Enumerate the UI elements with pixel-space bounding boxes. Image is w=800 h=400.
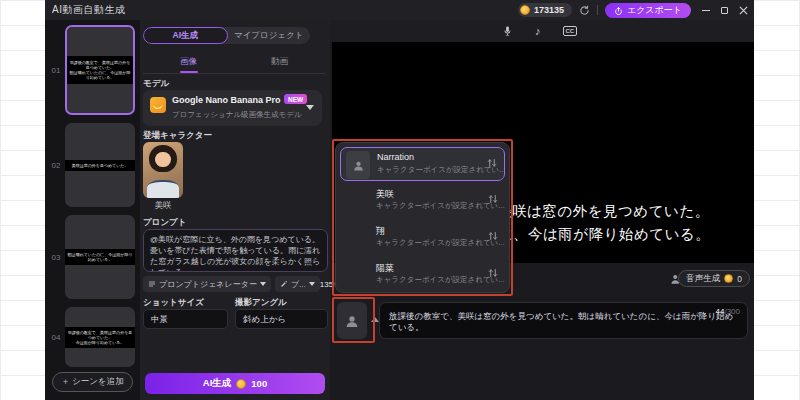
coin-icon [520,5,530,15]
scene-number: 04 [48,333,64,342]
caret-up-icon[interactable] [371,317,379,322]
scene-thumbnail-04[interactable]: 04 放課後の教室で、美咲は窓の外を見つめていた。 今は雨が降り始めている。 [45,307,140,367]
person-icon [352,159,365,172]
scene-sidebar: 01 放課後の教室で、美咲は窓の外を見つめていた。 朝は晴れていたのに、今は雨が… [45,20,140,400]
character-section-label: 登場キャラクター [143,130,212,142]
prompt-textarea[interactable]: @美咲が窓際に立ち、外の雨を見つめている。憂いを帯びた表情で頬を触っている。雨に… [143,229,328,272]
swap-voice-icon[interactable] [487,267,499,279]
export-button[interactable]: エクスポート [605,3,691,18]
voice-row-sho[interactable]: 翔 キャラクターボイスが設定されてい... [340,221,505,255]
titlebar: AI動画自動生成 173135 エクスポート [45,0,754,20]
app-window: AI動画自動生成 173135 エクスポート 01 [45,0,754,400]
list-icon [148,280,156,288]
voice-assign-panel: Narration キャラクターボイスが設定されてい... 美咲 キャラクターボ… [335,142,510,293]
model-section-label: モデル [143,78,169,90]
scene-thumbnail-02[interactable]: 02 美咲は窓の外を見つめていた。 [45,123,140,207]
preview-toolbar: ♪ CC [330,20,754,42]
chevron-down-icon [309,282,315,286]
voice-row-hina[interactable]: 陽菜 キャラクターボイスが設定されてい... [340,258,505,292]
voice-row-narration[interactable]: Narration キャラクターボイスが設定されてい... [340,147,505,181]
music-icon[interactable]: ♪ [535,25,541,37]
prompt-generator-button[interactable]: プロンプトジェネレーター [143,276,271,292]
model-selector[interactable]: Google Nano Banana Pro NEW プロフェッショナル級画像生… [143,90,322,126]
close-button[interactable] [739,6,748,15]
scene-thumbnail-03[interactable]: 03 朝は晴れていたのに、今は雨が降り始めている。 [45,215,140,299]
pen-icon [280,280,288,288]
credits-badge[interactable]: 173135 [518,3,572,17]
minimize-button[interactable] [702,10,710,11]
chevron-down-icon [260,282,266,286]
credits-count: 173135 [534,5,564,15]
refresh-icon[interactable] [579,5,590,16]
maximize-button[interactable] [721,7,728,14]
coin-icon [236,379,246,389]
character-name: 美咲 [143,200,183,212]
person-icon [344,313,360,329]
tab-my-projects[interactable]: マイプロジェクト [228,27,311,44]
narration-placeholder-avatar [346,151,370,179]
scene-number: 01 [48,66,64,75]
add-scene-button[interactable]: ＋ シーンを追加 [52,372,133,392]
tab-ai-generate[interactable]: AI生成 [143,27,228,44]
mode-tabs: AI生成 マイプロジェクト [143,27,310,44]
generation-panel: AI生成 マイプロジェクト 画像 動画 モデル Google Nano Bana… [140,20,330,400]
prompt-brush-button[interactable]: ブ... [275,276,320,292]
export-icon [614,6,623,15]
voice-generate-button[interactable]: 音声生成 0 [678,270,750,287]
captions-icon[interactable]: CC [563,26,578,36]
swap-voice-icon[interactable] [486,157,498,169]
ai-generate-button[interactable]: AI生成 100 [145,373,325,394]
subtab-image[interactable]: 画像 [143,53,234,71]
shot-size-label: ショットサイズ [143,297,204,309]
scene-thumbnail-01[interactable]: 01 放課後の教室で、美咲は窓の外を見つめていた。 朝は晴れていたのに、今は雨が… [45,25,140,115]
character-avatar-misaki[interactable] [143,142,183,198]
divider [597,5,598,15]
narrator-avatar-button[interactable] [337,302,367,339]
swap-voice-icon[interactable] [487,230,499,242]
voice-row-misaki[interactable]: 美咲 キャラクターボイスが設定されてい... [340,184,505,218]
narration-char-counter: 44/300 [716,306,740,317]
chevron-down-icon [306,105,314,110]
swap-voice-icon[interactable] [487,193,499,205]
shot-size-input[interactable]: 中景 [143,309,228,329]
camera-angle-input[interactable]: 斜め上から [235,309,328,329]
new-badge: NEW [284,94,307,104]
divider [143,73,325,74]
narration-input[interactable]: 放課後の教室で、美咲は窓の外を見つめていた。朝は晴れていたのに、今は雨が降り始め… [379,302,748,339]
camera-angle-label: 撮影アングル [235,297,287,309]
window-title: AI動画自動生成 [45,3,125,17]
prompt-section-label: プロンプト [143,217,187,229]
banana-model-icon [150,97,166,113]
microphone-icon[interactable] [502,25,513,37]
scene-number: 03 [48,253,64,262]
subtab-video[interactable]: 動画 [234,53,325,71]
media-subtabs: 画像 動画 [143,53,325,71]
scene-number: 02 [48,161,64,170]
coin-icon [724,274,733,283]
